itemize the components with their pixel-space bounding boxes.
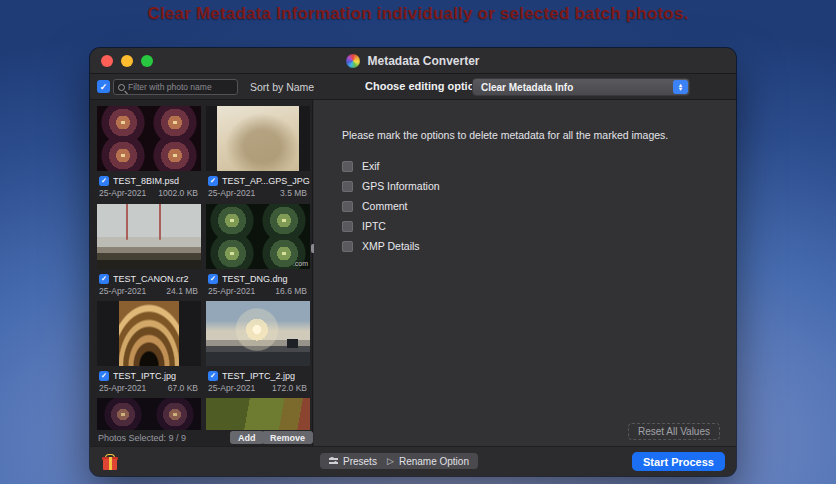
photo-date: 25-Apr-2021: [99, 286, 146, 298]
option-row-iptc[interactable]: IPTC: [342, 216, 440, 236]
photo-size: 24.1 MB: [166, 286, 198, 298]
toolbar: ✓ Sort by Name Choose editing option: Cl…: [90, 74, 736, 100]
option-row-exif[interactable]: Exif: [342, 156, 440, 176]
photo-thumbnail[interactable]: [97, 398, 201, 430]
app-window: Metadata Converter ✓ Sort by Name Choose…: [90, 48, 736, 476]
select-all-checkbox[interactable]: ✓: [97, 80, 110, 93]
sliders-icon: [329, 457, 338, 465]
instruction-text: Please mark the options to delete metada…: [342, 129, 668, 141]
window-title: Metadata Converter: [367, 54, 479, 68]
photo-date: 25-Apr-2021: [99, 383, 146, 395]
start-process-button[interactable]: Start Process: [632, 452, 725, 471]
search-icon: [118, 84, 125, 91]
app-icon: [346, 54, 360, 68]
photo-card[interactable]: ✓ TEST_AP...GPS_JPG 25-Apr-2021 3.5 MB: [206, 106, 310, 200]
option-label: Comment: [362, 200, 408, 212]
presets-button[interactable]: Presets: [320, 453, 386, 469]
close-button[interactable]: [101, 55, 113, 67]
photo-card[interactable]: ✓ TEST_IPTC_2.jpg 25-Apr-2021 172.0 KB: [206, 301, 310, 395]
lifeguard-hut: [287, 339, 298, 348]
zoom-button[interactable]: [141, 55, 153, 67]
photo-checkbox[interactable]: ✓: [208, 274, 218, 284]
photo-thumbnail[interactable]: [206, 301, 310, 366]
page-headline: Clear Metadata Information individually …: [0, 4, 836, 24]
photo-card[interactable]: ✓ TEST_CANON.cr2 25-Apr-2021 24.1 MB: [97, 204, 201, 298]
photo-list-panel: ✓ TEST_8BIM.psd 25-Apr-2021 1002.0 KB ✓ …: [90, 100, 313, 446]
presets-label: Presets: [343, 456, 377, 467]
add-button[interactable]: Add: [230, 431, 264, 444]
photo-checkbox[interactable]: ✓: [99, 274, 109, 284]
photo-date: 25-Apr-2021: [208, 383, 255, 395]
option-checkbox[interactable]: [342, 221, 353, 232]
footer-bar: Presets ▷ Rename Option Start Process: [90, 446, 736, 476]
option-checkbox[interactable]: [342, 241, 353, 252]
photo-name: TEST_AP...GPS_JPG: [222, 176, 310, 186]
titlebar: Metadata Converter: [90, 48, 736, 74]
photo-date: 25-Apr-2021: [99, 188, 146, 200]
rename-option-label: Rename Option: [399, 456, 469, 467]
photo-checkbox[interactable]: ✓: [208, 371, 218, 381]
photo-thumbnail[interactable]: [97, 106, 201, 171]
option-row-xmp[interactable]: XMP Details: [342, 236, 440, 256]
photo-name: TEST_8BIM.psd: [113, 176, 179, 186]
photo-size: 172.0 KB: [272, 383, 307, 395]
photo-size: 3.5 MB: [280, 188, 307, 200]
photo-card[interactable]: .com ✓ TEST_DNG.dng 25-Apr-2021 16.6 MB: [206, 204, 310, 298]
minimize-button[interactable]: [121, 55, 133, 67]
photo-name: TEST_CANON.cr2: [113, 274, 189, 284]
chevron-up-down-icon: ▲▼: [673, 80, 688, 94]
photo-date: 25-Apr-2021: [208, 286, 255, 298]
photo-card[interactable]: [97, 398, 201, 430]
editing-option-dropdown[interactable]: Clear Metadata Info ▲▼: [472, 78, 690, 96]
photo-size: 16.6 MB: [275, 286, 307, 298]
photo-thumbnail[interactable]: .com: [206, 204, 310, 269]
photo-name: TEST_IPTC_2.jpg: [222, 371, 295, 381]
photo-card[interactable]: ✓ TEST_8BIM.psd 25-Apr-2021 1002.0 KB: [97, 106, 201, 200]
play-arrow-icon: ▷: [387, 456, 394, 466]
option-checkbox[interactable]: [342, 181, 353, 192]
photo-thumbnail[interactable]: [97, 204, 201, 269]
reset-all-values-button[interactable]: Reset All Values: [628, 423, 720, 440]
filter-input[interactable]: [128, 82, 233, 92]
photo-date: 25-Apr-2021: [208, 188, 255, 200]
photo-checkbox[interactable]: ✓: [99, 176, 109, 186]
editing-option-label: Choose editing option:: [365, 80, 485, 92]
option-row-comment[interactable]: Comment: [342, 196, 440, 216]
photos-selected-count: Photos Selected: 9 / 9: [98, 433, 186, 443]
photo-card[interactable]: ✓ TEST_IPTC.jpg 25-Apr-2021 67.0 KB: [97, 301, 201, 395]
options-panel: Please mark the options to delete metada…: [314, 100, 736, 446]
photo-grid: ✓ TEST_8BIM.psd 25-Apr-2021 1002.0 KB ✓ …: [90, 100, 312, 430]
photo-checkbox[interactable]: ✓: [208, 176, 218, 186]
option-label: GPS Information: [362, 180, 440, 192]
metadata-options-list: Exif GPS Information Comment IPTC XMP De…: [342, 156, 440, 256]
sort-by-name-button[interactable]: Sort by Name: [250, 81, 314, 93]
photo-name: TEST_DNG.dng: [222, 274, 288, 284]
gift-icon[interactable]: [102, 454, 118, 470]
option-label: IPTC: [362, 220, 386, 232]
filter-field[interactable]: [113, 79, 238, 95]
option-checkbox[interactable]: [342, 201, 353, 212]
photo-card[interactable]: [206, 398, 310, 430]
option-label: XMP Details: [362, 240, 420, 252]
editing-option-value: Clear Metadata Info: [481, 82, 673, 93]
photo-size: 67.0 KB: [168, 383, 198, 395]
photo-thumbnail[interactable]: [206, 106, 310, 171]
rename-option-button[interactable]: ▷ Rename Option: [378, 453, 478, 469]
watermark: .com: [293, 260, 308, 267]
photo-checkbox[interactable]: ✓: [99, 371, 109, 381]
photo-size: 1002.0 KB: [158, 188, 198, 200]
option-label: Exif: [362, 160, 380, 172]
photo-name: TEST_IPTC.jpg: [113, 371, 176, 381]
selection-bar: Photos Selected: 9 / 9 Add Remove: [90, 430, 312, 446]
traffic-lights: [101, 55, 153, 67]
photo-thumbnail[interactable]: [206, 398, 310, 430]
option-row-gps[interactable]: GPS Information: [342, 176, 440, 196]
option-checkbox[interactable]: [342, 161, 353, 172]
remove-button[interactable]: Remove: [262, 431, 313, 444]
photo-thumbnail[interactable]: [97, 301, 201, 366]
